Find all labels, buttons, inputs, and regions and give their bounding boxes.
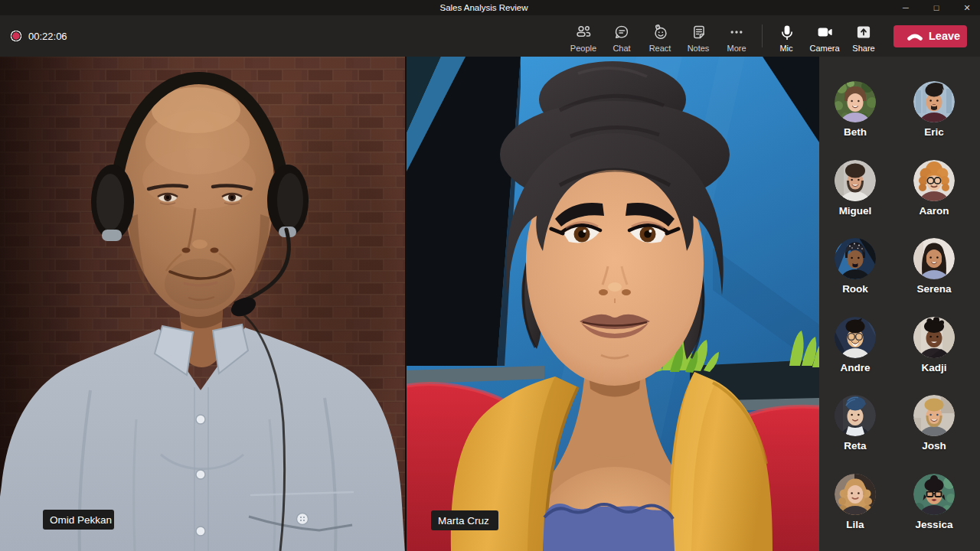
svg-text:Marta Cruz: Marta Cruz — [438, 515, 489, 527]
svg-text:Omid Pekkan: Omid Pekkan — [50, 514, 112, 526]
